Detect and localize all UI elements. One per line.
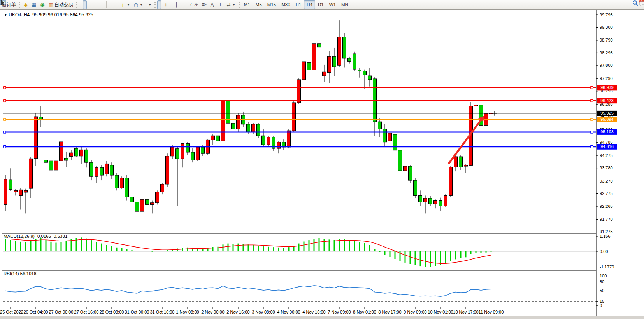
zoom-out-button[interactable] (97, 0, 101, 9)
svg-text:97.290: 97.290 (600, 76, 613, 81)
chevron-down-icon: ▼ (127, 3, 130, 7)
market-watch-icon: ◆ (24, 2, 28, 7)
svg-text:95.694: 95.694 (600, 117, 614, 122)
svg-text:7 Nov 09:00: 7 Nov 09:00 (328, 310, 351, 314)
svg-text:92.775: 92.775 (600, 191, 613, 196)
svg-text:28 Oct 08:00: 28 Oct 08:00 (100, 310, 124, 314)
svg-text:4 Nov 00:00: 4 Nov 00:00 (277, 310, 300, 314)
svg-text:0.00: 0.00 (600, 249, 608, 254)
svg-text:100: 100 (600, 274, 607, 278)
svg-text:31 Oct 00:00: 31 Oct 00:00 (125, 310, 149, 314)
svg-text:25 Oct 2022: 25 Oct 2022 (0, 310, 23, 314)
timeframe-button-H4[interactable]: H4 (304, 0, 315, 9)
data-window-icon: ▦ (32, 2, 36, 7)
svg-text:2 Nov 00:00: 2 Nov 00:00 (201, 310, 224, 314)
svg-text:26 Oct 04:00: 26 Oct 04:00 (24, 310, 48, 314)
svg-text:91.770: 91.770 (600, 217, 613, 221)
svg-text:3 Nov 08:00: 3 Nov 08:00 (252, 310, 275, 314)
svg-text:97.800: 97.800 (600, 63, 613, 68)
auto-trading-label: 自动交易 (54, 2, 73, 8)
timeframe-button-W1[interactable]: W1 (326, 0, 339, 9)
vertical-line-tool-button[interactable]: │ (173, 0, 180, 9)
svg-text:27 Oct 16:00: 27 Oct 16:00 (74, 310, 99, 314)
toolbar-grip (154, 2, 156, 8)
svg-text:2 Nov 16:00: 2 Nov 16:00 (226, 310, 249, 314)
trendline-icon: ∕ (191, 2, 191, 7)
timeframe-button-M1[interactable]: M1 (241, 0, 253, 9)
svg-text:8 Nov 01:00: 8 Nov 01:00 (353, 310, 376, 314)
svg-text:1 Nov 08:00: 1 Nov 08:00 (176, 310, 199, 314)
label-tool-button[interactable]: T (216, 0, 225, 9)
svg-text:94.275: 94.275 (600, 153, 613, 158)
label-icon: T (218, 2, 223, 7)
svg-text:95.925: 95.925 (600, 111, 614, 115)
crosshair-tool-button[interactable]: ＋ (161, 0, 170, 9)
channel-icon: ∕E (195, 2, 198, 7)
svg-text:94.616: 94.616 (600, 144, 614, 149)
svg-text:-1.1779: -1.1779 (600, 265, 614, 269)
zoom-in-button[interactable] (93, 0, 97, 9)
bar-chart-button[interactable] (79, 0, 83, 9)
timeframe-button-MN[interactable]: MN (339, 0, 351, 9)
svg-text:99.300: 99.300 (600, 25, 613, 30)
svg-text:95.193: 95.193 (600, 129, 614, 134)
svg-text:98.295: 98.295 (600, 51, 613, 55)
main-toolbar: 新订单 ◆ ▦ ◉ ▥ 自动交易 ＋▼ ◷▼ (0, 0, 644, 10)
indicators-button[interactable]: ＋▼ (118, 0, 132, 9)
svg-text:80: 80 (600, 279, 604, 284)
timeframe-button-M5[interactable]: M5 (253, 0, 265, 9)
timeframe-button-M30[interactable]: M30 (279, 0, 293, 9)
market-watch-button[interactable]: ◆ (22, 0, 30, 9)
signals-button[interactable]: ◉ (38, 0, 46, 9)
periods-button[interactable]: ◷▼ (132, 0, 145, 9)
chevron-down-icon: ▼ (232, 3, 235, 7)
tile-windows-button[interactable] (101, 0, 105, 9)
chat-button[interactable]: 1 (639, 0, 642, 9)
chart-shift-button[interactable] (112, 0, 116, 9)
svg-text:31 Oct 16:00: 31 Oct 16:00 (150, 310, 175, 314)
svg-text:1.156: 1.156 (600, 234, 611, 239)
toolbar-grip (239, 2, 240, 8)
chevron-down-icon: ▼ (140, 3, 143, 7)
trendline-tool-button[interactable]: ∕ (189, 0, 193, 9)
svg-text:10 Nov 17:00: 10 Nov 17:00 (453, 310, 478, 314)
chevron-down-icon: ▼ (148, 3, 151, 7)
data-window-button[interactable]: ▦ (30, 0, 38, 9)
auto-trading-icon: ▥ (49, 2, 53, 7)
timeframe-button-D1[interactable]: D1 (315, 0, 326, 9)
timeframe-button-H1[interactable]: H1 (293, 0, 304, 9)
text-icon: A (211, 2, 214, 7)
toolbar-grip (19, 2, 20, 8)
channel-tool-button[interactable]: ∕E (193, 0, 200, 9)
horizontal-line-icon: — (182, 2, 187, 7)
svg-text:9 Nov 09:00: 9 Nov 09:00 (404, 310, 426, 314)
fibonacci-tool-button[interactable]: ≡F (200, 0, 209, 9)
svg-text:27 Oct 00:00: 27 Oct 00:00 (49, 310, 74, 314)
candlestick-chart-button[interactable] (83, 0, 87, 9)
auto-scroll-button[interactable] (108, 0, 112, 9)
timeframe-button-M15[interactable]: M15 (265, 0, 279, 9)
crosshair-icon: ＋ (163, 2, 168, 7)
clock-icon: ◷ (134, 2, 138, 7)
svg-text:93.270: 93.270 (600, 179, 613, 183)
line-chart-button[interactable] (87, 0, 91, 9)
svg-text:96.423: 96.423 (600, 98, 614, 103)
horizontal-line-tool-button[interactable]: — (180, 0, 189, 9)
templates-button[interactable]: ▼ (145, 0, 153, 9)
timeframe-toolbar: M1M5M15M30H1H4D1W1MN (241, 0, 351, 9)
svg-text:0: 0 (600, 303, 602, 308)
svg-text:10 Nov 01:00: 10 Nov 01:00 (428, 310, 453, 314)
vertical-line-icon: │ (175, 2, 178, 7)
auto-trading-button[interactable]: ▥ 自动交易 (47, 0, 75, 9)
search-button[interactable] (632, 0, 636, 9)
add-indicator-icon: ＋ (120, 2, 125, 7)
svg-text:93.780: 93.780 (600, 166, 613, 170)
cursor-tool-button[interactable] (157, 0, 161, 9)
trading-terminal-window: 新订单 ◆ ▦ ◉ ▥ 自动交易 ＋▼ ◷▼ (0, 0, 644, 319)
chart-canvas[interactable]: 99.79599.30098.79098.29597.80097.29096.7… (0, 0, 644, 319)
text-tool-button[interactable]: A (209, 0, 216, 9)
arrows-tool-button[interactable]: ⇄▼ (225, 0, 237, 9)
toolbar-grip (76, 2, 77, 8)
arrows-icon: ⇄ (227, 2, 231, 7)
svg-text:96.939: 96.939 (600, 85, 614, 90)
